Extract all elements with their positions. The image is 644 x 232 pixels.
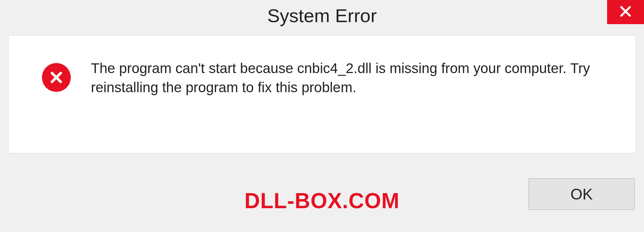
close-button[interactable]	[607, 0, 644, 24]
dialog-title: System Error	[0, 5, 644, 26]
dialog-content: The program can't start because cnbic4_2…	[8, 35, 636, 153]
ok-button-label: OK	[571, 185, 593, 203]
error-icon	[42, 63, 71, 92]
ok-button[interactable]: OK	[529, 178, 635, 210]
dialog-footer: DLL-BOX.COM OK	[0, 183, 644, 223]
close-icon	[618, 4, 633, 20]
watermark-text: DLL-BOX.COM	[245, 188, 400, 213]
dialog-message: The program can't start because cnbic4_2…	[91, 57, 615, 97]
